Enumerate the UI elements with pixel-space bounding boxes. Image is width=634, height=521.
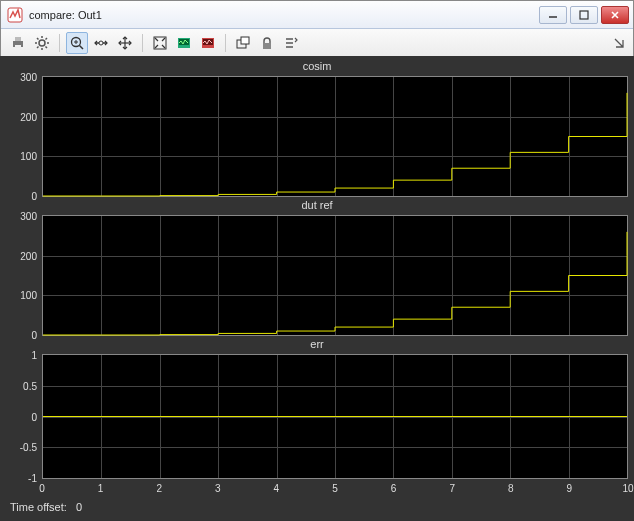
maximize-button[interactable]	[570, 6, 598, 24]
time-offset-value: 0	[76, 501, 82, 513]
zoom-x-icon[interactable]	[90, 32, 112, 54]
xtick-label: 7	[449, 483, 455, 494]
axes[interactable]: 0100200300	[42, 76, 628, 197]
ytick-label: 200	[20, 111, 37, 122]
ytick-label: 300	[20, 72, 37, 83]
xaxis: 012345678910	[42, 483, 628, 497]
ytick-label: 300	[20, 211, 37, 222]
close-button[interactable]	[601, 6, 629, 24]
xtick-label: 9	[567, 483, 573, 494]
toolbar	[1, 29, 633, 57]
scope-params-green-icon[interactable]	[173, 32, 195, 54]
svg-rect-5	[15, 45, 21, 48]
svg-line-12	[46, 46, 48, 48]
ytick-label: 0.5	[23, 380, 37, 391]
time-offset-label: Time offset:	[10, 501, 67, 513]
zoom-in-icon[interactable]	[66, 32, 88, 54]
yaxis	[6, 201, 42, 340]
xtick-label: 6	[391, 483, 397, 494]
svg-line-14	[46, 38, 48, 40]
svg-point-6	[39, 40, 45, 46]
xtick-label: 0	[39, 483, 45, 494]
xtick-label: 2	[156, 483, 162, 494]
svg-line-16	[80, 45, 84, 49]
window-title: compare: Out1	[29, 9, 102, 21]
signal-select-icon[interactable]	[280, 32, 302, 54]
pan-icon[interactable]	[114, 32, 136, 54]
ytick-label: -1	[28, 473, 37, 484]
xtick-label: 4	[274, 483, 280, 494]
autoscale-icon[interactable]	[149, 32, 171, 54]
ytick-label: 100	[20, 290, 37, 301]
svg-line-13	[37, 46, 39, 48]
toolbar-separator	[142, 34, 143, 52]
minimize-button[interactable]	[539, 6, 567, 24]
yaxis	[6, 340, 42, 479]
subplot-title: dut ref	[6, 199, 628, 211]
print-icon[interactable]	[7, 32, 29, 54]
subplot-title: cosim	[6, 60, 628, 72]
toolbar-separator	[59, 34, 60, 52]
time-offset: Time offset: 0	[10, 501, 82, 513]
subplot: dut ref0100200300	[6, 201, 628, 340]
xtick-label: 10	[622, 483, 633, 494]
subplot: cosim0100200300	[6, 62, 628, 201]
gear-icon[interactable]	[31, 32, 53, 54]
subplot-title: err	[6, 338, 628, 350]
xtick-label: 5	[332, 483, 338, 494]
axes[interactable]: -1-0.500.51	[42, 354, 628, 479]
svg-rect-4	[15, 37, 21, 41]
toolbar-separator	[225, 34, 226, 52]
scope-area: cosim0100200300dut ref0100200300err-1-0.…	[0, 56, 634, 521]
subplot: err-1-0.500.51	[6, 340, 628, 479]
xtick-label: 3	[215, 483, 221, 494]
yaxis	[6, 62, 42, 201]
svg-rect-28	[241, 37, 249, 44]
float-icon[interactable]	[232, 32, 254, 54]
axes[interactable]: 0100200300	[42, 215, 628, 336]
xtick-label: 8	[508, 483, 514, 494]
ytick-label: -0.5	[20, 442, 37, 453]
lock-icon[interactable]	[256, 32, 278, 54]
scope-params-red-icon[interactable]	[197, 32, 219, 54]
titlebar: compare: Out1	[1, 1, 633, 29]
app-icon	[7, 7, 23, 23]
svg-line-11	[37, 38, 39, 40]
ytick-label: 1	[31, 350, 37, 361]
ytick-label: 200	[20, 250, 37, 261]
svg-rect-29	[263, 43, 271, 49]
ytick-label: 100	[20, 151, 37, 162]
svg-point-19	[99, 41, 103, 45]
svg-rect-2	[580, 11, 588, 19]
ytick-label: 0	[31, 411, 37, 422]
dropdown-corner-icon[interactable]	[613, 36, 627, 50]
xtick-label: 1	[98, 483, 104, 494]
